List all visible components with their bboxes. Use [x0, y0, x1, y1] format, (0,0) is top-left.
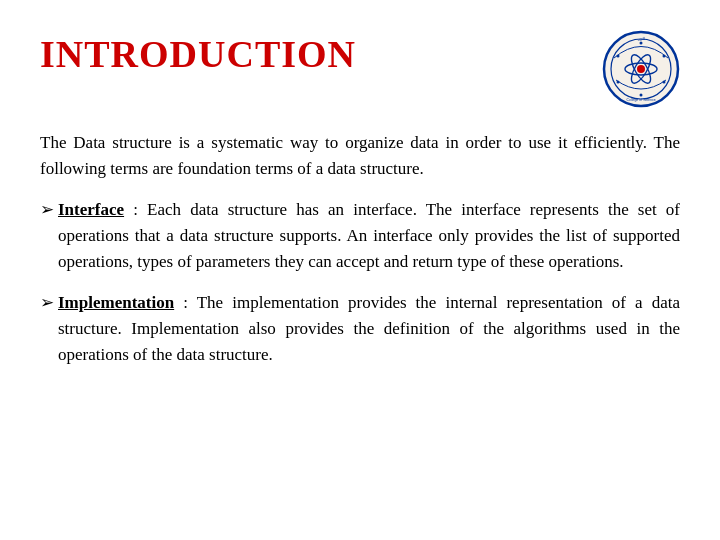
slide-content: The Data structure is a systematic way t… — [40, 130, 680, 369]
svg-point-2 — [637, 65, 645, 73]
colon-implementation: : — [174, 293, 197, 312]
svg-point-11 — [617, 55, 620, 58]
university-logo: للنور College of Science — [602, 30, 680, 108]
bullet-content-interface: Interface : Each data structure has an i… — [58, 197, 680, 276]
svg-point-8 — [663, 81, 666, 84]
colon-interface: : — [124, 200, 147, 219]
bullet-arrow-interface: ➢ — [40, 197, 54, 223]
bullet-interface: ➢ Interface : Each data structure has an… — [40, 197, 680, 276]
slide-header: INTRODUCTION — [40, 30, 680, 108]
bullet-arrow-implementation: ➢ — [40, 290, 54, 316]
term-implementation: Implementation — [58, 293, 174, 312]
svg-point-9 — [640, 94, 643, 97]
bullet-content-implementation: Implementation : The implementation prov… — [58, 290, 680, 369]
intro-paragraph: The Data structure is a systematic way t… — [40, 130, 680, 183]
svg-point-7 — [663, 55, 666, 58]
slide-page: INTRODUCTION — [0, 0, 720, 540]
svg-point-6 — [640, 42, 643, 45]
intro-text: The Data structure is a systematic way t… — [40, 133, 680, 178]
slide-title: INTRODUCTION — [40, 30, 356, 76]
term-interface: Interface — [58, 200, 124, 219]
text-interface: Each data structure has an interface. Th… — [58, 200, 680, 272]
svg-text:للنور: للنور — [637, 36, 645, 41]
svg-point-10 — [617, 81, 620, 84]
svg-text:College of Science: College of Science — [626, 98, 655, 102]
bullet-implementation: ➢ Implementation : The implementation pr… — [40, 290, 680, 369]
